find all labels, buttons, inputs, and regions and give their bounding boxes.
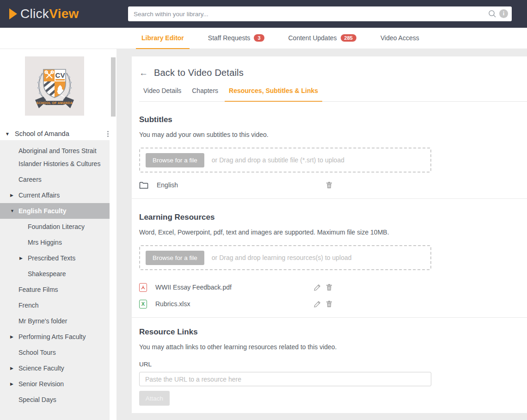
chevron-right-icon: ▶: [19, 252, 27, 265]
top-navbar: ClickView i: [0, 0, 527, 28]
library-search: i: [128, 6, 512, 21]
learning-resources-description: Word, Excel, Powerpoint, pdf, text and i…: [139, 229, 520, 236]
school-selector[interactable]: ▼ School of Amanda: [0, 127, 110, 141]
tab-video-details[interactable]: Video Details: [139, 86, 185, 102]
sidebar-item-special-days[interactable]: Special Days: [0, 392, 110, 408]
tab-staff-requests[interactable]: Staff Requests3: [202, 28, 270, 49]
back-arrow-icon: ←: [139, 68, 148, 77]
tab-resources-subtitles-links[interactable]: Resources, Subtitles & Links: [225, 86, 322, 102]
content-updates-badge: 285: [341, 34, 356, 42]
sidebar-item-shakespeare[interactable]: Shakespeare: [0, 266, 110, 282]
sidebar-item-school-tours[interactable]: School Tours: [0, 345, 110, 360]
search-input[interactable]: [128, 6, 512, 21]
delete-resource-trash-icon[interactable]: [325, 283, 333, 291]
school-menu-kebab-icon[interactable]: [104, 129, 112, 138]
edit-resource-pencil-icon[interactable]: [313, 300, 321, 308]
back-to-video-details-link[interactable]: ← Back to Video Details: [139, 67, 520, 79]
attach-button[interactable]: Attach: [139, 391, 170, 406]
subtitles-section: Subtitles You may add your own subtitles…: [139, 102, 520, 199]
sidebar-item-mr-byrnes-folder[interactable]: Mr Byrne's folder: [0, 313, 110, 329]
url-input[interactable]: [139, 372, 431, 386]
chevron-right-icon: ▶: [10, 189, 18, 202]
sidebar-item-english-faculty[interactable]: ▼English Faculty: [0, 203, 110, 219]
subtitles-description: You may add your own subtitles to this v…: [139, 131, 520, 138]
school-crest: CV SCHOOL OF AMANDA: [25, 56, 84, 116]
crest-initials: CV: [55, 71, 65, 79]
subtitles-heading: Subtitles: [139, 115, 520, 124]
delete-subtitle-trash-icon[interactable]: [325, 181, 333, 189]
resource-links-section: Resource Links You may attach links to o…: [139, 318, 520, 406]
sidebar-item-science-faculty[interactable]: ▶Science Faculty: [0, 360, 110, 376]
folder-tree: Aboriginal and Torres Strait Islander Hi…: [0, 140, 110, 420]
tab-video-access[interactable]: Video Access: [375, 28, 425, 49]
browse-subtitle-button[interactable]: Browse for a file: [146, 153, 204, 167]
sidebar-item-performing-arts-faculty[interactable]: ▶Performing Arts Faculty: [0, 329, 110, 345]
chevron-down-icon: ▼: [0, 131, 15, 136]
url-label: URL: [139, 361, 520, 368]
video-detail-tabs: Video Details Chapters Resources, Subtit…: [139, 86, 527, 102]
sidebar-item-current-affairs[interactable]: ▶Current Affairs: [0, 187, 110, 203]
chevron-down-icon: ▼: [10, 204, 18, 217]
tab-library-editor[interactable]: Library Editor: [136, 28, 190, 49]
video-editor-panel: ← Back to Video Details Video Details Ch…: [132, 56, 527, 413]
logo-text: ClickView: [20, 6, 79, 21]
edit-resource-pencil-icon[interactable]: [313, 283, 321, 291]
sidebar-item-feature-films[interactable]: Feature Films: [0, 282, 110, 297]
play-triangle-icon: [9, 8, 17, 19]
delete-resource-trash-icon[interactable]: [325, 300, 333, 308]
browse-resource-button[interactable]: Browse for a file: [146, 251, 204, 265]
chevron-right-icon: ▶: [10, 330, 18, 343]
clickview-logo[interactable]: ClickView: [9, 6, 79, 22]
resource-file-name: Rubrics.xlsx: [155, 300, 190, 308]
sidebar-item-aboriginal-histories[interactable]: Aboriginal and Torres Strait Islander Hi…: [0, 143, 110, 172]
section-tabbar: Library Editor Staff Requests3 Content U…: [0, 28, 527, 49]
resource-file-row: X Rubrics.xlsx: [139, 298, 431, 310]
chevron-right-icon: ▶: [10, 377, 18, 390]
search-icon[interactable]: [488, 10, 496, 18]
chevron-right-icon: ▶: [10, 362, 18, 375]
sidebar-item-prescribed-texts[interactable]: ▶Prescribed Texts: [0, 250, 110, 266]
folder-icon: [139, 181, 148, 189]
staff-requests-badge: 3: [254, 34, 264, 42]
sidebar-item-foundation-literacy[interactable]: Foundation Literacy: [0, 219, 110, 235]
resource-file-row: WWII Essay Feedback.pdf: [139, 281, 431, 293]
sidebar-scrollbar[interactable]: [111, 57, 116, 117]
resource-file-name: WWII Essay Feedback.pdf: [155, 284, 232, 291]
sidebar-item-senior-revision[interactable]: ▶Senior Revision: [0, 376, 110, 392]
crest-banner-text: SCHOOL OF AMANDA: [37, 101, 73, 105]
subtitle-dropzone[interactable]: Browse for a file or Drag and drop a sub…: [139, 148, 431, 173]
subtitle-drop-hint: or Drag and drop a subtitle file (*.srt)…: [212, 156, 344, 164]
info-icon[interactable]: i: [499, 9, 508, 18]
learning-resources-section: Learning Resources Word, Excel, Powerpoi…: [139, 199, 520, 318]
resource-drop-hint: or Drag and drop learning resources(s) t…: [212, 254, 352, 261]
library-sidebar: CV SCHOOL OF AMANDA ▼ School of Amanda A…: [0, 49, 116, 420]
subtitle-file-row: English: [139, 179, 431, 191]
sidebar-item-french[interactable]: French: [0, 297, 110, 313]
tab-chapters[interactable]: Chapters: [188, 86, 222, 102]
page-title: Back to Video Details: [154, 68, 244, 78]
sidebar-item-mrs-higgins[interactable]: Mrs Higgins: [0, 235, 110, 250]
learning-resources-heading: Learning Resources: [139, 213, 520, 222]
pdf-file-icon: [139, 283, 147, 292]
resource-links-description: You may attach links to other learning r…: [139, 343, 520, 351]
sidebar-item-careers[interactable]: Careers: [0, 172, 110, 187]
subtitle-file-name: English: [157, 181, 178, 189]
tab-content-updates[interactable]: Content Updates285: [283, 28, 362, 49]
excel-file-icon: X: [139, 300, 147, 309]
resource-links-heading: Resource Links: [139, 327, 520, 337]
school-name: School of Amanda: [15, 130, 110, 137]
learning-resource-dropzone[interactable]: Browse for a file or Drag and drop learn…: [139, 245, 431, 270]
